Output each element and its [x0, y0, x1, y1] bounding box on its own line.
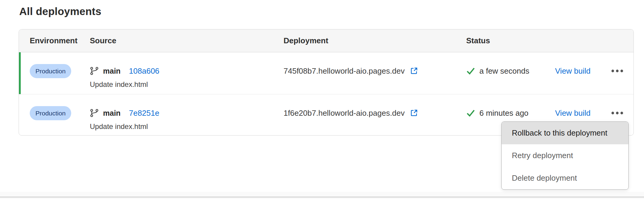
environment-cell: Production: [19, 94, 79, 135]
column-header-deployment: Deployment: [273, 36, 454, 45]
git-branch-icon: [90, 66, 99, 75]
commit-message: Update index.html: [90, 121, 273, 132]
source-cell: main 7e8251e Update index.html: [79, 94, 273, 135]
git-branch-icon: [90, 109, 99, 118]
check-icon: [466, 67, 475, 75]
external-link-icon[interactable]: [409, 66, 418, 75]
commit-link[interactable]: 108a606: [129, 66, 159, 76]
environment-badge: Production: [30, 64, 71, 78]
row-actions-menu: Rollback to this deployment Retry deploy…: [501, 121, 629, 190]
page-title: All deployments: [19, 5, 101, 17]
menu-item-retry[interactable]: Retry deployment: [502, 144, 628, 167]
deployments-table: Environment Source Deployment Status Pro…: [19, 29, 634, 136]
status-cell: a few seconds View build: [454, 52, 633, 94]
commit-link[interactable]: 7e8251e: [129, 109, 159, 118]
deployment-cell: 1f6e20b7.helloworld-aio.pages.dev: [273, 94, 454, 135]
commit-message: Update index.html: [90, 79, 273, 90]
environment-badge: Production: [30, 106, 71, 120]
menu-item-rollback[interactable]: Rollback to this deployment: [502, 122, 628, 144]
current-deployment-indicator: [19, 52, 21, 94]
footer-below: [0, 197, 644, 199]
table-header-row: Environment Source Deployment Status: [19, 29, 633, 52]
status-time: a few seconds: [479, 66, 555, 76]
column-header-environment: Environment: [19, 36, 79, 45]
deployment-cell: 745f08b7.helloworld-aio.pages.dev: [273, 52, 454, 94]
view-build-link[interactable]: View build: [555, 66, 591, 76]
branch-name: main: [103, 109, 120, 118]
column-header-source: Source: [79, 36, 273, 45]
footer-band: [0, 192, 644, 197]
external-link-icon[interactable]: [409, 109, 418, 118]
column-header-status: Status: [454, 36, 633, 45]
deployment-url: 745f08b7.helloworld-aio.pages.dev: [284, 66, 405, 76]
deployment-url: 1f6e20b7.helloworld-aio.pages.dev: [284, 109, 405, 118]
status-time: 6 minutes ago: [479, 109, 555, 118]
source-cell: main 108a606 Update index.html: [79, 52, 273, 94]
branch-name: main: [103, 67, 120, 75]
deployment-row: Production main 108a606 Update index.htm…: [19, 52, 633, 94]
ellipsis-icon[interactable]: [611, 109, 623, 117]
ellipsis-icon[interactable]: [611, 67, 623, 75]
menu-item-delete[interactable]: Delete deployment: [502, 167, 628, 189]
check-icon: [466, 109, 475, 117]
view-build-link[interactable]: View build: [555, 109, 591, 118]
environment-cell: Production: [19, 52, 79, 94]
